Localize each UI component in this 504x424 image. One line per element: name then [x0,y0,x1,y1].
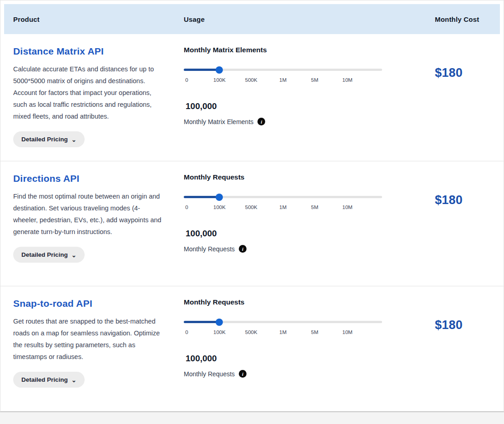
usage-value-label: Monthly Requests [184,245,235,253]
header-product: Product [13,15,184,23]
usage-value-label: Monthly Matrix Elements [184,118,253,125]
usage-section: Monthly Matrix Elements 0 100K 500K 1M 5… [184,46,429,147]
cost-section: $180 [429,173,504,272]
tick-label: 1M [279,329,287,335]
product-description: Calculate accurate ETAs and distances fo… [13,63,164,122]
slider-track[interactable] [184,69,382,71]
product-title: Directions API [13,173,184,184]
product-info: Distance Matrix API Calculate accurate E… [13,46,184,147]
usage-heading: Monthly Matrix Elements [184,46,429,54]
tick-label: 100K [213,77,226,83]
usage-value-label-row: Monthly Matrix Elements i [184,118,429,125]
slider-fill [184,321,219,323]
cost-section: $180 [429,46,504,147]
chevron-down-icon: ⌄ [71,252,76,258]
tick-label: 100K [213,329,226,335]
tick-label: 0 [185,329,188,335]
tick-label: 0 [185,77,188,83]
tick-label: 500K [245,77,257,83]
tick-label: 10M [343,329,353,335]
usage-slider: 0 100K 500K 1M 5M 10M [184,69,382,84]
monthly-cost-value: $180 [435,66,504,80]
tick-label: 5M [311,77,318,83]
detailed-pricing-label: Detailed Pricing [21,376,68,383]
detailed-pricing-label: Detailed Pricing [21,251,68,258]
tick-label: 500K [245,329,257,335]
slider-tick-labels: 0 100K 500K 1M 5M 10M [184,329,382,336]
usage-value-label-row: Monthly Requests i [184,245,429,253]
tick-label: 1M [279,205,287,210]
tick-label: 10M [343,77,353,83]
slider-fill [184,69,219,71]
product-row-snap-to-road: Snap-to-road API Get routes that are sna… [0,286,504,411]
product-row-directions: Directions API Find the most optimal rou… [0,161,504,286]
detailed-pricing-button[interactable]: Detailed Pricing ⌄ [13,372,85,388]
pricing-calculator: Product Usage Monthly Cost Distance Matr… [0,0,504,412]
slider-fill [184,196,219,198]
product-info: Directions API Find the most optimal rou… [13,173,184,272]
detailed-pricing-button[interactable]: Detailed Pricing ⌄ [13,247,85,263]
product-description: Find the most optimal route between an o… [13,190,164,238]
monthly-cost-value: $180 [435,318,504,332]
slider-tick-labels: 0 100K 500K 1M 5M 10M [184,205,382,211]
table-header: Product Usage Monthly Cost [4,4,500,34]
cost-section: $180 [429,298,504,398]
usage-slider: 0 100K 500K 1M 5M 10M [184,196,382,211]
tick-label: 1M [279,77,287,83]
chevron-down-icon: ⌄ [71,137,76,143]
usage-heading: Monthly Requests [184,173,429,181]
detailed-pricing-button[interactable]: Detailed Pricing ⌄ [13,131,85,147]
tick-label: 0 [185,205,188,210]
tick-label: 100K [213,205,226,210]
usage-value-label-row: Monthly Requests i [184,370,429,378]
slider-track[interactable] [184,196,382,198]
usage-section: Monthly Requests 0 100K 500K 1M 5M 10M 1… [184,173,429,272]
usage-section: Monthly Requests 0 100K 500K 1M 5M 10M 1… [184,298,429,398]
product-info: Snap-to-road API Get routes that are sna… [13,298,184,398]
slider-thumb[interactable] [216,66,223,74]
product-row-distance-matrix: Distance Matrix API Calculate accurate E… [0,34,504,161]
chevron-down-icon: ⌄ [71,377,76,383]
slider-tick-labels: 0 100K 500K 1M 5M 10M [184,77,382,84]
usage-value: 100,000 [186,229,429,239]
slider-track[interactable] [184,321,382,323]
usage-slider: 0 100K 500K 1M 5M 10M [184,321,382,336]
product-title: Distance Matrix API [13,46,184,57]
info-icon[interactable]: i [239,245,247,253]
tick-label: 5M [311,329,318,335]
monthly-cost-value: $180 [435,193,504,207]
detailed-pricing-label: Detailed Pricing [21,136,68,143]
slider-thumb[interactable] [216,194,223,201]
usage-value: 100,000 [186,354,429,364]
header-usage: Usage [184,15,429,23]
header-monthly-cost: Monthly Cost [429,15,500,23]
usage-value: 100,000 [186,101,429,111]
info-icon[interactable]: i [257,118,265,125]
usage-heading: Monthly Requests [184,298,429,306]
product-title: Snap-to-road API [13,298,184,309]
tick-label: 10M [343,205,353,210]
slider-thumb[interactable] [216,319,223,326]
tick-label: 500K [245,205,257,210]
tick-label: 5M [311,205,318,210]
info-icon[interactable]: i [239,370,247,378]
usage-value-label: Monthly Requests [184,370,235,378]
product-description: Get routes that are snapped to the best-… [13,315,164,363]
